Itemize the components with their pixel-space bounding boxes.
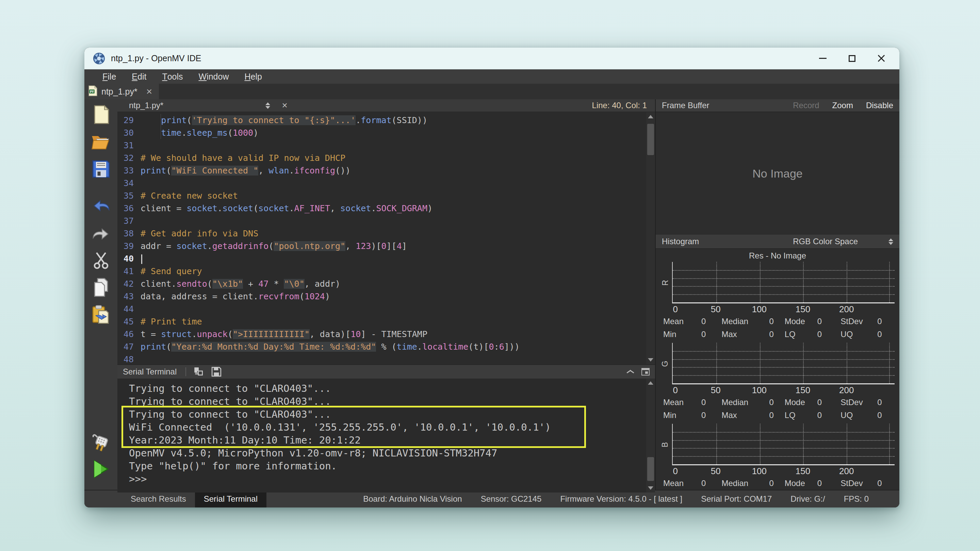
code-token: data: [140, 292, 161, 301]
code-token: 47: [258, 279, 269, 289]
minimize-button[interactable]: [808, 48, 837, 69]
new-file-icon: [92, 105, 110, 126]
scroll-down-icon[interactable]: [648, 358, 653, 362]
code-token: SSID: [397, 115, 417, 125]
start-button[interactable]: [90, 459, 112, 481]
detach-terminal-icon[interactable]: [641, 368, 649, 375]
code-token: AF_INET: [294, 203, 330, 213]
code-editor[interactable]: 29 print('Trying to connect to "{:s}"...…: [118, 112, 655, 364]
zoom-button[interactable]: Zoom: [832, 101, 853, 110]
colorspace-select[interactable]: RGB Color Space: [793, 237, 858, 246]
scroll-down-icon[interactable]: [648, 486, 653, 490]
channel-chart: G: [659, 343, 897, 384]
tick-label: 200: [839, 385, 854, 395]
cut-button[interactable]: [90, 250, 112, 272]
document-close-icon[interactable]: ×: [282, 101, 287, 110]
gridline: [889, 424, 890, 464]
terminal-scrollbar[interactable]: [646, 379, 655, 492]
close-button[interactable]: [867, 48, 896, 69]
tab-ntp1[interactable]: PY ntp_1.py* ×: [84, 84, 159, 99]
code-token: ,: [345, 241, 356, 251]
code-token: % (: [376, 342, 396, 352]
clear-terminal-icon[interactable]: [193, 367, 204, 377]
code-token: TIMESTAMP: [382, 329, 427, 339]
document-spinner-icon[interactable]: [266, 102, 270, 109]
stat-label: UQ: [840, 411, 877, 420]
gridline: [803, 424, 804, 464]
document-selector[interactable]: ntp_1.py*: [129, 101, 163, 110]
stat-lq: LQ0: [785, 409, 841, 422]
menu-tools[interactable]: Tools: [154, 69, 191, 84]
collapse-terminal-icon[interactable]: [627, 370, 634, 374]
scrollbar-thumb[interactable]: [647, 124, 654, 155]
tab-close-icon[interactable]: ×: [146, 86, 153, 97]
stat-value: 0: [701, 330, 706, 339]
menu-help[interactable]: Help: [237, 69, 269, 84]
channel-label-text: G: [660, 360, 670, 367]
comment-token: # Get addr info via DNS: [140, 229, 258, 238]
code-text: # Send query: [135, 265, 202, 278]
editor-scrollbar[interactable]: [646, 112, 655, 364]
code-token: [140, 114, 161, 127]
undo-button[interactable]: [90, 195, 112, 218]
titlebar: ntp_1.py - OpenMV IDE: [84, 48, 899, 69]
redo-button[interactable]: [90, 222, 112, 245]
tick-label: 200: [839, 466, 854, 476]
maximize-button[interactable]: [837, 48, 867, 69]
status-item: FPS: 0: [844, 494, 869, 504]
code-line: 30 time.sleep_ms(1000): [118, 127, 655, 139]
stat-mode: Mode0: [785, 315, 841, 328]
stat-label: Mode: [785, 478, 817, 488]
save-file-button[interactable]: [90, 159, 112, 181]
menu-window[interactable]: Window: [191, 69, 237, 84]
line-number: 40: [118, 252, 135, 265]
code-text: [135, 139, 140, 152]
paste-button[interactable]: [90, 304, 112, 327]
stat-max: Max0: [722, 328, 785, 341]
gridline: [760, 343, 760, 383]
side-toolbar: [84, 99, 118, 490]
status-item: Sensor: GC2145: [481, 494, 542, 504]
scroll-up-icon[interactable]: [648, 115, 653, 118]
code-token: ifconfig: [294, 166, 335, 176]
code-token: recvfrom: [258, 292, 299, 301]
tick-label: 50: [711, 385, 721, 395]
line-number: 46: [118, 328, 135, 340]
stat-mean: Mean0: [663, 396, 722, 409]
right-panel: Frame Buffer Record Zoom Disable No Imag…: [655, 99, 899, 490]
status-tab-serial-terminal[interactable]: Serial Terminal: [195, 491, 266, 508]
gridline: [673, 456, 894, 457]
disable-button[interactable]: Disable: [866, 101, 893, 110]
open-file-button[interactable]: [90, 131, 112, 154]
menu-edit[interactable]: Edit: [124, 69, 154, 84]
code-token: .: [356, 115, 361, 125]
stat-label: UQ: [840, 330, 877, 339]
channel-plot: [672, 424, 894, 465]
line-number: 47: [118, 340, 135, 353]
code-line: 42client.sendto("\x1b" + 47 * "\0", addr…: [118, 278, 655, 290]
code-token: .: [289, 166, 294, 176]
new-file-button[interactable]: [90, 104, 112, 127]
code-token: )[: [479, 342, 488, 352]
code-token: getaddrinfo: [212, 241, 269, 251]
code-token: struct: [161, 329, 192, 339]
scroll-up-icon[interactable]: [648, 381, 653, 385]
channel-chart: R: [659, 262, 897, 303]
code-text: t = struct.unpack(">IIIIIIIIIIII", data)…: [135, 328, 427, 340]
save-log-icon[interactable]: [211, 367, 221, 377]
frame-buffer-title: Frame Buffer: [662, 101, 710, 110]
code-token: address: [171, 292, 207, 301]
menu-file[interactable]: File: [95, 69, 124, 84]
status-tab-search-results[interactable]: Search Results: [122, 491, 195, 508]
histogram-channel-r: R050100150200Mean0Median0Mode0StDev0Min0…: [659, 262, 897, 341]
connect-button[interactable]: [90, 431, 112, 454]
stat-label: Mode: [785, 398, 817, 407]
code-token: 0: [489, 342, 494, 352]
serial-terminal[interactable]: Trying to connect to "CLARO403"...Trying…: [118, 379, 655, 492]
code-text: # We should have a valid IP now via DHCP: [135, 152, 345, 164]
code-token: .: [417, 342, 422, 352]
copy-button[interactable]: [90, 277, 112, 299]
scrollbar-thumb[interactable]: [647, 457, 654, 481]
colorspace-spinner-icon[interactable]: [888, 238, 893, 245]
record-button[interactable]: Record: [793, 101, 819, 110]
